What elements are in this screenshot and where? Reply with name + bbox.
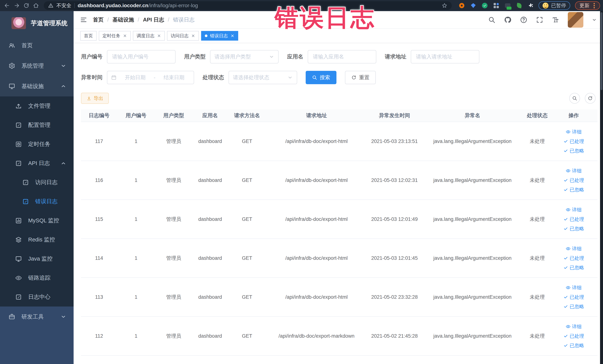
tab-error-log[interactable]: 错误日志 [201,31,238,41]
extension-icon-leaf[interactable] [516,3,522,9]
close-icon[interactable] [157,34,161,38]
breadcrumb-item[interactable]: 首页 [93,16,104,23]
profile-paused-pill[interactable]: 已暂停 [538,1,570,10]
security-label[interactable]: 不安全 [56,2,71,9]
request-url-input[interactable] [411,50,479,63]
extension-icon-orange[interactable] [459,3,465,9]
browser-update-button[interactable]: 更新 [575,1,600,10]
kebab-menu-icon[interactable] [593,5,595,6]
sidebar-item-api-log[interactable]: API 日志 [0,154,74,173]
reload-button[interactable] [22,1,30,10]
sidebar-item-label: 配置管理 [28,121,50,129]
sidebar-item-trace[interactable]: 链路追踪 [0,268,74,287]
search-button[interactable]: 搜索 [306,71,336,84]
extension-icon-on-badge[interactable] [505,3,511,9]
tab-access-log[interactable]: 访问日志 [167,31,199,41]
reset-button[interactable]: 重置 [345,71,376,84]
close-icon[interactable] [123,34,127,38]
sidebar-item-home[interactable]: 首页 [0,35,74,56]
table-toolbar: 导出 [81,93,597,104]
breadcrumb-item[interactable]: API 日志 [143,16,164,23]
fullscreen-icon[interactable] [536,16,543,23]
sidebar-toggle-icon[interactable] [80,16,87,23]
extension-icon-blue[interactable] [470,3,476,9]
breadcrumb-item[interactable]: 基础设施 [113,16,134,23]
sidebar-item-system[interactable]: 系统管理 [0,56,74,76]
back-button[interactable] [3,1,11,10]
sidebar-item-label: MySQL 监控 [28,217,59,224]
extension-icon-grid[interactable] [493,3,499,9]
col-app-name: 应用名 [193,112,228,119]
search-icon[interactable] [488,16,496,23]
sidebar-item-mysql-monitor[interactable]: MySQL 监控 [0,211,74,230]
process-status-select[interactable]: 请选择处理状态 [229,71,297,84]
mark-ignored-link[interactable]: 已忽略 [563,264,584,271]
mark-processed-link[interactable]: 已处理 [563,216,584,223]
sidebar-item-file-manage[interactable]: 文件管理 [0,96,74,116]
refresh-table-button[interactable] [585,93,596,104]
url-text[interactable]: dashboard.yudao.iocoder.cn/infra/log/api… [78,3,198,9]
user-id-input[interactable] [107,50,175,63]
sidebar-item-error-log[interactable]: 错误日志 [0,192,74,211]
clock-icon [15,141,22,148]
detail-link[interactable]: 详细 [566,207,582,213]
mark-ignored-link[interactable]: 已忽略 [563,303,584,310]
sidebar-item-log-center[interactable]: 日志中心 [0,287,74,306]
bookmark-star-icon[interactable] [442,3,447,8]
extension-icon-green-check[interactable] [482,3,488,9]
export-button[interactable]: 导出 [81,93,109,104]
mark-processed-link[interactable]: 已处理 [563,333,584,339]
toggle-search-button[interactable] [569,93,580,104]
help-icon[interactable] [520,16,527,23]
detail-link[interactable]: 详细 [566,168,582,174]
mark-ignored-link[interactable]: 已忽略 [563,342,584,349]
detail-link[interactable]: 详细 [566,129,582,135]
action-label: 已忽略 [570,303,584,310]
sidebar-item-infra[interactable]: 基础设施 [0,76,74,96]
cell-exception-name: java.lang.IllegalArgumentException [422,294,522,300]
date-range-picker[interactable]: 开始日期 - 结束日期 [107,71,194,84]
window-scrollbar[interactable] [600,11,603,364]
avatar[interactable] [568,12,583,28]
scrollbar-thumb[interactable] [601,12,603,90]
mark-processed-link[interactable]: 已处理 [563,138,584,145]
cell-method: GET [228,216,266,222]
upload-icon [15,103,22,109]
mark-ignored-link[interactable]: 已忽略 [563,187,584,193]
tab-home[interactable]: 首页 [80,31,97,41]
tab-schedule-log[interactable]: 调度日志 [133,31,165,41]
address-bar[interactable]: 不安全 dashboard.yudao.iocoder.cn/infra/log… [44,1,452,10]
font-size-icon[interactable] [552,16,559,23]
cell-process-status: 未处理 [522,216,552,223]
profile-emoji-icon [543,3,548,9]
sidebar-item-config-manage[interactable]: 配置管理 [0,116,74,135]
header-actions [488,12,597,28]
mark-ignored-link[interactable]: 已忽略 [563,225,584,232]
sidebar-item-access-log[interactable]: 访问日志 [0,173,74,192]
detail-link[interactable]: 详细 [566,284,582,291]
action-label: 已忽略 [570,264,584,271]
extensions-puzzle-icon[interactable] [528,3,534,9]
mark-processed-link[interactable]: 已处理 [563,255,584,261]
sidebar-item-label: 研发工具 [22,313,44,321]
close-icon[interactable] [231,34,234,38]
sidebar-item-redis-monitor[interactable]: Redis 监控 [0,230,74,249]
action-label: 已忽略 [570,148,584,154]
forward-button[interactable] [13,1,21,10]
tab-scheduled-job[interactable]: 定时任务 [99,31,131,41]
sidebar-item-java-monitor[interactable]: Java 监控 [0,249,74,268]
chevron-down-icon[interactable] [592,17,597,22]
user-type-select[interactable]: 请选择用户类型 [210,50,278,63]
app-name-input[interactable] [308,50,376,63]
mark-ignored-link[interactable]: 已忽略 [563,148,584,154]
home-button[interactable] [32,1,40,10]
mark-processed-link[interactable]: 已处理 [563,177,584,184]
github-icon[interactable] [504,16,511,23]
sidebar-item-devtools[interactable]: 研发工具 [0,306,74,327]
sidebar-logo[interactable]: 芋道管理系统 [0,11,74,35]
mark-processed-link[interactable]: 已处理 [563,294,584,300]
sidebar-item-scheduled-job[interactable]: 定时任务 [0,135,74,154]
detail-link[interactable]: 详细 [566,246,582,252]
detail-link[interactable]: 详细 [566,323,582,330]
close-icon[interactable] [191,34,195,38]
